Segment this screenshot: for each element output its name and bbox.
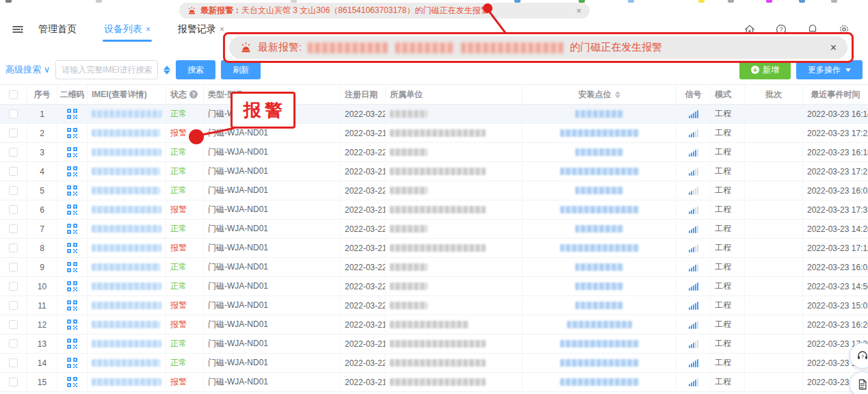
qr-cell[interactable] <box>57 124 88 142</box>
table-row[interactable]: 2 报警 门磁-WJA-ND01 2022-03-21 工 <box>0 124 868 143</box>
callout-close-icon[interactable]: × <box>830 42 837 54</box>
qr-code-icon[interactable] <box>67 185 77 196</box>
qr-cell[interactable] <box>57 105 88 123</box>
qr-code-icon[interactable] <box>67 339 77 349</box>
table-row[interactable]: 4 正常 门磁-WJA-ND01 2022-03-21 工 <box>0 162 868 181</box>
imei-redacted[interactable] <box>92 187 160 194</box>
table-row[interactable]: 15 报警 门磁-WJA-ND01 2022-03-21 <box>0 373 868 392</box>
table-row[interactable]: 12 报警 门磁-WJA-ND01 2022-03-21 <box>0 315 868 334</box>
imei-redacted[interactable] <box>92 321 160 328</box>
tab-alarm-records[interactable]: 报警记录× <box>178 23 224 36</box>
row-checkbox[interactable] <box>9 282 18 291</box>
sidebar-collapse-icon[interactable] <box>11 23 25 36</box>
row-checkbox[interactable] <box>9 224 18 233</box>
install-point-redacted[interactable] <box>575 225 623 233</box>
search-button[interactable]: 搜索 <box>176 60 215 79</box>
qr-cell[interactable] <box>57 200 88 219</box>
tab-home[interactable]: 管理首页 <box>38 23 77 36</box>
table-row[interactable]: 10 正常 门磁-WJA-ND01 2022-03-22 <box>0 277 868 296</box>
install-point-redacted[interactable] <box>575 283 623 290</box>
install-point-redacted[interactable] <box>575 187 623 194</box>
row-checkbox[interactable] <box>9 167 18 176</box>
imei-redacted[interactable] <box>92 302 161 309</box>
qr-cell[interactable] <box>57 296 88 315</box>
qr-code-icon[interactable] <box>67 243 77 253</box>
qr-cell[interactable] <box>57 354 88 372</box>
table-row[interactable]: 14 正常 门磁-WJA-ND01 2022-03-22 <box>0 354 868 373</box>
install-point-redacted[interactable] <box>560 206 639 213</box>
row-checkbox[interactable] <box>9 263 18 272</box>
select-all-checkbox[interactable] <box>9 90 18 99</box>
install-point-redacted[interactable] <box>560 378 639 386</box>
row-checkbox[interactable] <box>9 129 18 137</box>
qr-code-icon[interactable] <box>67 109 77 119</box>
qr-cell[interactable] <box>57 239 88 257</box>
qr-cell[interactable] <box>57 162 88 181</box>
install-point-redacted[interactable] <box>560 129 639 137</box>
install-point-redacted[interactable] <box>560 359 639 367</box>
imei-redacted[interactable] <box>92 378 161 386</box>
install-point-redacted[interactable] <box>575 302 623 309</box>
add-button[interactable]: +新增 <box>739 60 791 79</box>
row-checkbox[interactable] <box>9 358 18 367</box>
table-row[interactable]: 7 正常 门磁-WJA-ND01 2022-03-22 工 <box>0 220 868 239</box>
imei-redacted[interactable] <box>92 225 161 233</box>
imei-redacted[interactable] <box>92 244 161 252</box>
row-checkbox[interactable] <box>9 186 18 195</box>
qr-cell[interactable] <box>57 181 88 200</box>
qr-cell[interactable] <box>57 277 88 296</box>
imei-redacted[interactable] <box>92 283 161 290</box>
banner-close-icon[interactable]: × <box>576 5 581 16</box>
info-icon[interactable]: ? <box>189 90 198 98</box>
row-checkbox[interactable] <box>9 378 18 386</box>
row-checkbox[interactable] <box>9 205 18 214</box>
table-row[interactable]: 1 正常 门磁-WJA-ND01 2022-03-22 工 <box>0 105 868 124</box>
qr-code-icon[interactable] <box>67 377 77 387</box>
row-checkbox[interactable] <box>9 244 18 252</box>
table-row[interactable]: 3 正常 门磁-WJA-ND01 2022-03-22 工 <box>0 143 868 162</box>
table-row[interactable]: 8 报警 门磁-WJA-ND01 2022-03-21 工 <box>0 239 868 258</box>
imei-redacted[interactable] <box>92 206 161 213</box>
sort-toggle-icon[interactable] <box>163 66 170 75</box>
qr-code-icon[interactable] <box>67 281 77 291</box>
install-point-redacted[interactable] <box>575 110 623 118</box>
qr-code-icon[interactable] <box>67 319 77 330</box>
qr-code-icon[interactable] <box>67 166 77 176</box>
install-point-redacted[interactable] <box>560 340 639 347</box>
imei-redacted[interactable] <box>92 110 161 118</box>
qr-code-icon[interactable] <box>67 224 77 234</box>
qr-code-icon[interactable] <box>67 205 77 215</box>
tab-close-icon[interactable]: × <box>146 25 150 34</box>
imei-search-input[interactable] <box>55 60 158 79</box>
refresh-button[interactable]: 刷新 <box>221 60 261 79</box>
tab-device-list[interactable]: 设备列表× <box>104 23 150 36</box>
imei-redacted[interactable] <box>92 263 160 271</box>
qr-cell[interactable] <box>57 220 88 238</box>
qr-code-icon[interactable] <box>67 262 77 272</box>
imei-redacted[interactable] <box>92 129 160 137</box>
qr-cell[interactable] <box>57 334 88 353</box>
row-checkbox[interactable] <box>9 148 18 157</box>
row-checkbox[interactable] <box>9 320 18 329</box>
imei-redacted[interactable] <box>92 168 160 175</box>
qr-code-icon[interactable] <box>67 128 77 138</box>
imei-redacted[interactable] <box>92 359 160 367</box>
table-row[interactable]: 6 报警 门磁-WJA-ND01 2022-03-21 工 <box>0 200 868 220</box>
qr-code-icon[interactable] <box>67 300 77 311</box>
row-checkbox[interactable] <box>9 339 18 348</box>
sort-icon[interactable] <box>615 91 620 98</box>
table-row[interactable]: 5 正常 门磁-WJA-ND01 2022-03-22 工 <box>0 181 868 200</box>
row-checkbox[interactable] <box>9 109 18 118</box>
qr-code-icon[interactable] <box>67 147 77 157</box>
qr-cell[interactable] <box>57 258 88 276</box>
qr-cell[interactable] <box>57 143 88 161</box>
imei-redacted[interactable] <box>92 340 161 347</box>
install-point-redacted[interactable] <box>575 263 623 271</box>
more-actions-button[interactable]: 更多操作 <box>796 60 863 79</box>
table-row[interactable]: 9 正常 门磁-WJA-ND01 2022-03-22 工 <box>0 258 868 277</box>
imei-redacted[interactable] <box>92 148 161 156</box>
qr-code-icon[interactable] <box>67 358 77 368</box>
install-point-redacted[interactable] <box>567 321 632 328</box>
qr-cell[interactable] <box>57 315 88 334</box>
tab-close-icon[interactable]: × <box>220 25 224 34</box>
